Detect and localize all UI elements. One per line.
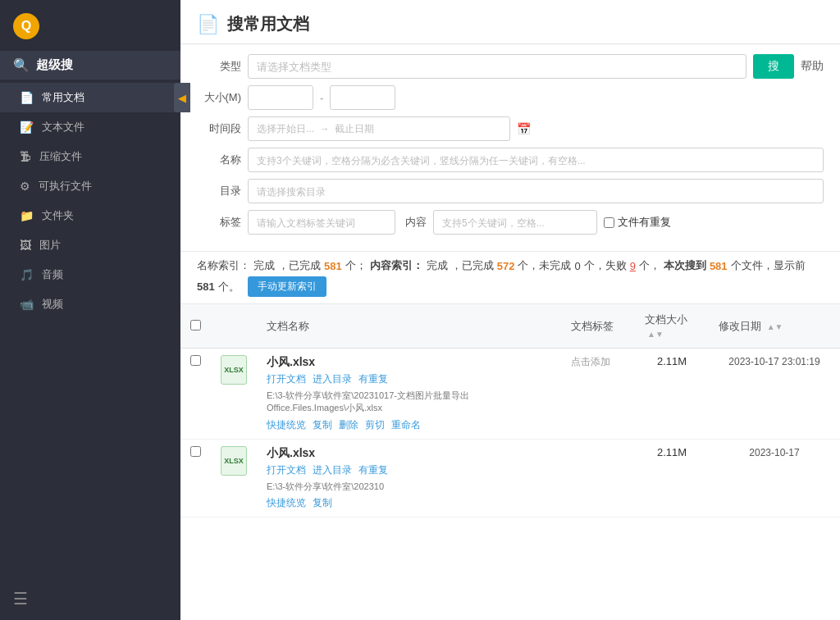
th-tag: 文档标签	[561, 304, 635, 349]
sidebar-item-audio[interactable]: 🎵 音频	[0, 260, 180, 289]
row-icon-cell: XLSX	[211, 349, 257, 440]
executable-files-icon: ⚙	[20, 180, 30, 193]
sidebar-item-compressed-files[interactable]: 🗜 压缩文件	[0, 142, 180, 171]
tag-input[interactable]	[248, 210, 395, 235]
this-time-prefix: 本次搜到	[664, 258, 706, 273]
collapse-arrow[interactable]: ◀	[174, 83, 190, 112]
delete-link[interactable]: 删除	[339, 418, 358, 432]
size-sort-icon: ▲▼	[647, 330, 664, 339]
rename-link[interactable]: 重命名	[391, 418, 421, 432]
date-row: 时间段 📅	[197, 116, 824, 141]
search-button[interactable]: 搜	[753, 54, 794, 79]
open-doc-link[interactable]: 打开文档	[267, 372, 306, 386]
row-size-cell: 2.11M	[635, 349, 709, 440]
duplicate-check: 文件有重复	[604, 215, 671, 230]
name-index-sep: ，已完成	[278, 258, 321, 273]
audio-icon: 🎵	[20, 268, 34, 281]
content-input[interactable]	[433, 210, 597, 235]
sidebar-item-label: 文本文件	[42, 120, 84, 134]
header-doc-icon: 📄	[197, 14, 219, 35]
row-date-cell: 2023-10-17	[709, 439, 840, 517]
sidebar-logo: Q	[0, 0, 180, 48]
failed-unit: 个，	[639, 258, 660, 273]
th-check	[180, 304, 211, 349]
table-row: XLSX 小风.xlsx 打开文档 进入目录 有重复 E:\3-软件分享\软件室…	[180, 349, 840, 440]
failed-count-link[interactable]: 9	[630, 260, 636, 272]
sidebar-menu-button[interactable]: ☰	[0, 577, 180, 620]
common-docs-icon: 📄	[20, 91, 34, 104]
row-size-cell: 2.11M	[635, 439, 709, 517]
content-label: 内容	[405, 215, 427, 230]
file-path: E:\3-软件分享\软件室\20231017-文档图片批量导出Office.Fi…	[267, 390, 551, 415]
row-check-cell	[180, 439, 211, 517]
row-name-cell: 小风.xlsx 打开文档 进入目录 有重复 E:\3-软件分享\软件室\2023…	[257, 349, 561, 440]
row-date-cell: 2023-10-17 23:01:19	[709, 349, 840, 440]
copy-link[interactable]: 复制	[313, 418, 332, 432]
app-logo-icon: Q	[13, 13, 39, 39]
row-checkbox[interactable]	[190, 355, 201, 366]
type-row: 类型 请选择文档类型 搜 帮助	[197, 54, 824, 79]
date-sort-icon: ▲▼	[767, 322, 783, 331]
quick-view-link[interactable]: 快捷统览	[267, 418, 306, 432]
tag-add-label[interactable]: 点击添加	[571, 356, 610, 367]
row-icon-cell: XLSX	[211, 439, 257, 517]
dir-input[interactable]	[248, 179, 824, 203]
sidebar-item-text-files[interactable]: 📝 文本文件	[0, 112, 180, 142]
update-index-button[interactable]: 手动更新索引	[248, 276, 326, 297]
sidebar-item-label: 常用文档	[42, 90, 84, 105]
file-type-icon: XLSX	[221, 446, 247, 476]
name-input[interactable]	[248, 148, 824, 172]
size-min-input[interactable]	[248, 85, 313, 110]
sidebar-item-executable-files[interactable]: ⚙ 可执行文件	[0, 171, 180, 201]
sidebar-search-section[interactable]: 🔍 超级搜	[0, 51, 180, 80]
folders-icon: 📁	[20, 209, 34, 222]
duplicate-checkbox[interactable]	[604, 217, 614, 228]
size-max-input[interactable]	[330, 85, 395, 110]
video-icon: 📹	[20, 298, 34, 311]
name-row: 名称	[197, 148, 824, 172]
file-links: 打开文档 进入目录 有重复	[267, 372, 551, 386]
date-range-input[interactable]	[248, 116, 510, 141]
help-button[interactable]: 帮助	[801, 59, 824, 74]
name-index-prefix: 名称索引：	[197, 258, 250, 273]
main-content: 📄 搜常用文档 类型 请选择文档类型 搜 帮助 大小(M) - 时间段 📅	[180, 0, 840, 620]
quick-view-link[interactable]: 快捷统览	[267, 496, 306, 510]
sidebar-item-common-docs[interactable]: 📄 常用文档 ◀	[0, 83, 180, 112]
enter-dir-link[interactable]: 进入目录	[313, 372, 352, 386]
content-index-unit2: 个，未完成	[518, 258, 571, 273]
calendar-icon[interactable]: 📅	[517, 122, 531, 135]
has-duplicate-link[interactable]: 有重复	[358, 463, 388, 477]
cut-link[interactable]: 剪切	[365, 418, 385, 432]
tag-content-row: 标签 内容 文件有重复	[197, 210, 824, 235]
text-files-icon: 📝	[20, 121, 34, 134]
not-done: 0	[574, 260, 580, 272]
images-icon: 🖼	[20, 239, 31, 252]
tag-label: 标签	[197, 215, 241, 230]
sidebar-item-images[interactable]: 🖼 图片	[0, 230, 180, 260]
show-unit: 个。	[218, 280, 240, 294]
sidebar-item-video[interactable]: 📹 视频	[0, 289, 180, 319]
file-name: 小风.xlsx	[267, 446, 551, 461]
th-size[interactable]: 文档大小 ▲▼	[635, 304, 709, 349]
sidebar-item-folders[interactable]: 📁 文件夹	[0, 201, 180, 230]
sidebar-search-label: 超级搜	[36, 57, 73, 73]
open-doc-link[interactable]: 打开文档	[267, 463, 306, 477]
sidebar-item-label: 视频	[42, 297, 63, 312]
sidebar-item-label: 压缩文件	[39, 149, 82, 164]
content-index-sep: ，已完成	[451, 258, 494, 273]
th-date[interactable]: 修改日期 ▲▼	[709, 304, 840, 349]
file-name: 小风.xlsx	[267, 355, 551, 370]
enter-dir-link[interactable]: 进入目录	[313, 463, 352, 477]
file-type-icon: XLSX	[221, 355, 247, 385]
row-checkbox[interactable]	[190, 446, 201, 457]
date-label: 时间段	[197, 121, 241, 136]
th-name: 文档名称	[257, 304, 561, 349]
file-size: 2.11M	[657, 355, 687, 367]
name-index-status: 完成	[253, 258, 275, 273]
table-header: 文档名称 文档标签 文档大小 ▲▼ 修改日期 ▲▼	[180, 304, 840, 349]
copy-link[interactable]: 复制	[313, 496, 332, 510]
has-duplicate-link[interactable]: 有重复	[358, 372, 388, 386]
type-select[interactable]: 请选择文档类型	[248, 54, 746, 79]
select-all-checkbox[interactable]	[190, 320, 201, 331]
file-actions: 快捷统览 复制	[267, 496, 551, 510]
